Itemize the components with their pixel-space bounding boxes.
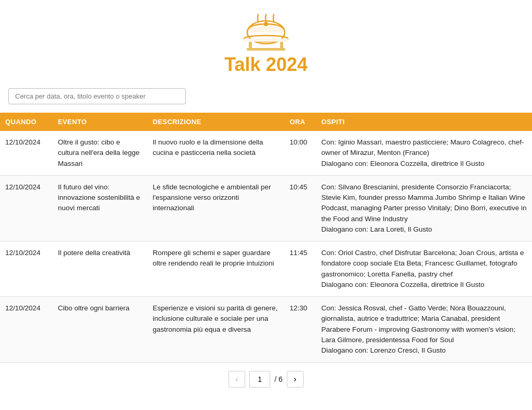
cell-quando: 12/10/2024 [0, 297, 53, 363]
cell-descrizione: Rompere gli schemi e saper guardare oltr… [148, 242, 285, 297]
cell-descrizione: Il nuovo ruolo e la dimensione della cuc… [148, 131, 285, 175]
col-header-ora: ORA [284, 113, 316, 131]
cell-evento: Cibo oltre ogni barriera [53, 297, 148, 363]
food-icon [243, 13, 289, 52]
prev-page-button[interactable]: ‹ [228, 371, 245, 388]
next-page-button[interactable]: › [287, 371, 304, 388]
table-header: QUANDO EVENTO DESCRIZIONE ORA OSPITI [0, 113, 532, 131]
cell-quando: 12/10/2024 [0, 131, 53, 175]
cell-descrizione: Le sfide tecnologiche e ambientali per l… [148, 175, 285, 241]
cell-ora: 10:45 [284, 175, 316, 241]
events-table: QUANDO EVENTO DESCRIZIONE ORA OSPITI 12/… [0, 113, 532, 363]
cell-quando: 12/10/2024 [0, 175, 53, 241]
cell-ora: 10:00 [284, 131, 316, 175]
current-page-input[interactable] [249, 371, 270, 388]
cell-evento: Il potere della creatività [53, 242, 148, 297]
col-header-ospiti: OSPITI [316, 113, 532, 131]
svg-point-1 [264, 22, 268, 26]
cell-ora: 11:45 [284, 242, 316, 297]
table-body: 12/10/2024Oltre il gusto: cibo e cultura… [0, 131, 532, 363]
page-total: / 6 [274, 375, 283, 383]
cell-ospiti: Con: Silvano Brescianini, presidente Con… [316, 175, 532, 241]
cell-ospiti: Con: Iginio Massari, maestro pasticciere… [316, 131, 532, 175]
search-input[interactable] [8, 88, 186, 104]
cell-evento: Il futuro del vino: innovazione sostenib… [53, 175, 148, 241]
pagination: ‹ / 6 › [0, 363, 532, 396]
svg-rect-4 [249, 42, 252, 49]
cell-evento: Oltre il gusto: cibo e cultura nell'era … [53, 131, 148, 175]
search-bar [0, 84, 532, 113]
table-row: 12/10/2024Cibo oltre ogni barrieraEsperi… [0, 297, 532, 363]
table-row: 12/10/2024Il futuro del vino: innovazion… [0, 175, 532, 241]
page-header: Talk 2024 [0, 0, 532, 84]
svg-rect-3 [244, 39, 288, 42]
col-header-quando: QUANDO [0, 113, 53, 131]
cell-descrizione: Esperienze e visioni su parità di genere… [148, 297, 285, 363]
col-header-descrizione: DESCRIZIONE [148, 113, 285, 131]
cell-ospiti: Con: Oriol Castro, chef Disfrutar Barcel… [316, 242, 532, 297]
cell-ospiti: Con: Jessica Rosval, chef - Gatto Verde;… [316, 297, 532, 363]
svg-rect-5 [280, 42, 283, 49]
cell-quando: 12/10/2024 [0, 242, 53, 297]
cell-ora: 12:30 [284, 297, 316, 363]
table-row: 12/10/2024Il potere della creativitàRomp… [0, 242, 532, 297]
table-row: 12/10/2024Oltre il gusto: cibo e cultura… [0, 131, 532, 175]
page-title: Talk 2024 [0, 54, 532, 76]
col-header-evento: EVENTO [53, 113, 148, 131]
svg-rect-6 [247, 48, 285, 51]
